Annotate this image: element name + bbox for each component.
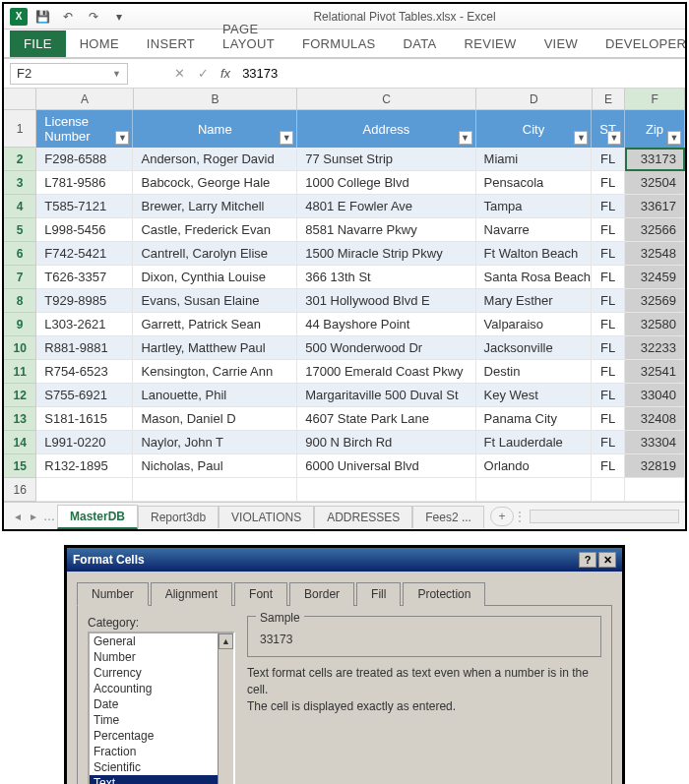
cell[interactable]: FL [592, 218, 625, 242]
dlg-tab-number[interactable]: Number [77, 582, 149, 606]
category-item-time[interactable]: Time [90, 712, 218, 728]
cell[interactable]: L781-9586 [36, 171, 133, 195]
cell[interactable]: 44 Bayshore Point [297, 313, 475, 336]
dlg-tab-font[interactable]: Font [234, 582, 287, 606]
category-listbox[interactable]: GeneralNumberCurrencyAccountingDateTimeP… [88, 632, 235, 784]
tab-page-layout[interactable]: PAGE LAYOUT [209, 16, 288, 57]
sheet-nav-prev[interactable]: ◂ [10, 510, 26, 523]
category-item-accounting[interactable]: Accounting [90, 681, 218, 696]
cell[interactable]: Mason, Daniel D [133, 407, 297, 431]
cell[interactable]: 32504 [625, 171, 685, 195]
cell[interactable]: Ft Walton Beach [476, 242, 593, 266]
tab-formulas[interactable]: FORMULAS [288, 30, 390, 57]
category-item-scientific[interactable]: Scientific [90, 759, 218, 775]
cell[interactable]: 1000 College Blvd [297, 171, 475, 195]
cell[interactable]: FL [592, 407, 625, 431]
tab-insert[interactable]: INSERT [133, 30, 209, 57]
row-header-5[interactable]: 5 [4, 218, 36, 242]
cell[interactable]: Ft Lauderdale [476, 431, 593, 454]
cell[interactable] [476, 478, 593, 502]
cell[interactable]: F742-5421 [36, 242, 133, 266]
filter-icon[interactable]: ▼ [280, 131, 293, 145]
cell[interactable]: 33173 [625, 148, 685, 171]
cell[interactable]: 6000 Universal Blvd [297, 454, 475, 478]
new-sheet-button[interactable]: + [490, 507, 514, 526]
dialog-titlebar[interactable]: Format Cells ? ✕ [67, 548, 622, 572]
cell[interactable]: 32408 [625, 407, 685, 431]
cell[interactable] [592, 478, 625, 502]
select-all-corner[interactable] [4, 89, 36, 110]
cell[interactable]: 4801 E Fowler Ave [297, 195, 475, 218]
formula-input[interactable] [236, 63, 679, 85]
dialog-help-button[interactable]: ? [579, 552, 596, 568]
cell[interactable]: 8581 Navarre Pkwy [297, 218, 475, 242]
col-header-f[interactable]: F [625, 89, 685, 110]
dlg-tab-border[interactable]: Border [289, 582, 354, 606]
filter-icon[interactable]: ▼ [574, 131, 588, 145]
cell[interactable]: L998-5456 [36, 218, 133, 242]
cell[interactable]: Miami [476, 148, 593, 171]
row-header-10[interactable]: 10 [4, 336, 36, 360]
cell[interactable]: Tampa [476, 195, 593, 218]
dialog-close-button[interactable]: ✕ [598, 552, 616, 568]
cell[interactable]: FL [592, 454, 625, 478]
cell[interactable]: Dixon, Cynthia Louise [133, 266, 297, 289]
row-header-9[interactable]: 9 [4, 313, 36, 336]
col-header-e[interactable]: E [593, 89, 625, 110]
cell[interactable]: Garrett, Patrick Sean [133, 313, 297, 336]
category-item-number[interactable]: Number [90, 649, 218, 665]
filter-icon[interactable]: ▼ [607, 131, 621, 145]
row-header-7[interactable]: 7 [4, 266, 36, 289]
sheet-tab-masterdb[interactable]: MasterDB [57, 505, 138, 529]
table-header-name[interactable]: Name▼ [133, 110, 297, 148]
cell[interactable]: Destin [476, 360, 593, 384]
cell[interactable]: 32580 [625, 313, 685, 336]
fx-icon[interactable]: fx [220, 66, 230, 81]
cell[interactable]: 1500 Miracle Strip Pkwy [297, 242, 475, 266]
table-header-st[interactable]: ST▼ [592, 110, 625, 148]
cell[interactable]: FL [592, 384, 625, 407]
row-header-1[interactable]: 1 [4, 110, 36, 148]
filter-icon[interactable]: ▼ [115, 131, 129, 145]
table-header-address[interactable]: Address▼ [297, 110, 475, 148]
cell[interactable]: R754-6523 [36, 360, 133, 384]
row-header-8[interactable]: 8 [4, 289, 36, 313]
sheet-tab-violations[interactable]: VIOLATIONS [219, 506, 314, 528]
row-header-6[interactable]: 6 [4, 242, 36, 266]
cell[interactable]: 33040 [625, 384, 685, 407]
cell[interactable]: T585-7121 [36, 195, 133, 218]
dlg-tab-protection[interactable]: Protection [403, 582, 485, 606]
cell[interactable]: 32819 [625, 454, 685, 478]
cell[interactable]: R881-9881 [36, 336, 133, 360]
row-header-15[interactable]: 15 [4, 454, 36, 478]
chevron-down-icon[interactable]: ▼ [112, 69, 121, 79]
cell[interactable]: Jacksonville [476, 336, 593, 360]
tab-developer[interactable]: DEVELOPER [592, 30, 689, 57]
scroll-up-icon[interactable]: ▲ [219, 633, 233, 649]
category-item-text[interactable]: Text [90, 775, 218, 784]
sheet-tab-report3db[interactable]: Report3db [138, 506, 219, 528]
qat-customize-button[interactable]: ▾ [108, 7, 130, 27]
cell[interactable]: 4607 State Park Lane [297, 407, 475, 431]
row-header-2[interactable]: 2 [4, 148, 36, 171]
cell[interactable]: R132-1895 [36, 454, 133, 478]
cell[interactable]: Cantrell, Carolyn Elise [133, 242, 297, 266]
cell[interactable]: F298-6588 [36, 148, 133, 171]
cell[interactable]: Kensington, Carrie Ann [133, 360, 297, 384]
col-header-b[interactable]: B [134, 89, 298, 110]
cell[interactable]: Nicholas, Paul [133, 454, 297, 478]
cell[interactable]: Valparaiso [476, 313, 593, 336]
filter-icon[interactable]: ▼ [459, 131, 472, 145]
tab-file[interactable]: FILE [10, 30, 66, 57]
row-header-12[interactable]: 12 [4, 384, 36, 407]
horizontal-scrollbar[interactable] [530, 510, 679, 523]
col-header-a[interactable]: A [36, 89, 133, 110]
cell[interactable]: T929-8985 [36, 289, 133, 313]
cell[interactable]: 32541 [625, 360, 685, 384]
category-item-fraction[interactable]: Fraction [90, 744, 218, 759]
listbox-scrollbar[interactable]: ▲ ▼ [218, 633, 233, 784]
qat-undo-button[interactable]: ↶ [57, 7, 79, 27]
table-header-city[interactable]: City▼ [476, 110, 593, 148]
category-item-percentage[interactable]: Percentage [90, 728, 218, 744]
cell[interactable]: 33304 [625, 431, 685, 454]
